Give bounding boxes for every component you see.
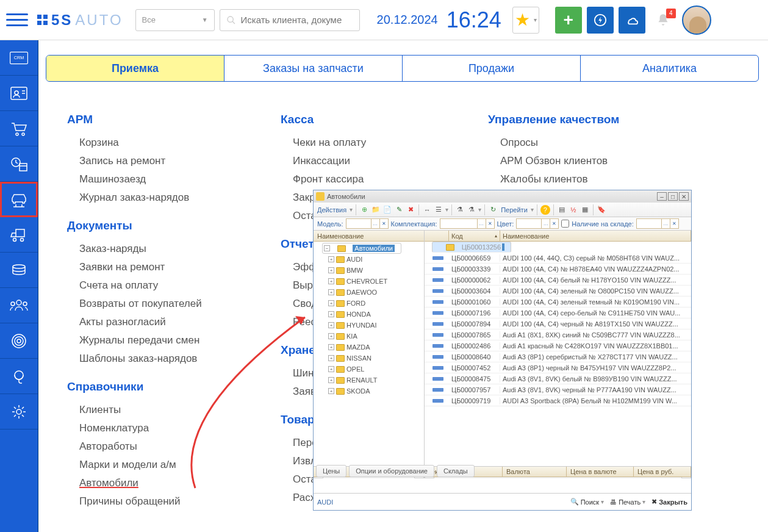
help-icon[interactable]: ? xyxy=(540,205,550,215)
link-shift-logs[interactable]: Журналы передачи смен xyxy=(67,331,256,350)
table-row[interactable]: ЦБ00000062AUDI 100 (4A, C4) белый № H178… xyxy=(425,275,691,286)
link-makes-models[interactable]: Марки и модели а/м xyxy=(67,456,256,474)
expand-icon[interactable]: + xyxy=(328,267,334,273)
tree-item[interactable]: +FORD xyxy=(315,298,423,309)
sidebar-crm[interactable]: CRM xyxy=(0,40,38,76)
sidebar-settings[interactable] xyxy=(0,394,38,430)
grid-col-icon[interactable] xyxy=(425,231,449,242)
add-folder-icon[interactable]: 📁 xyxy=(371,205,381,215)
tab-warehouses[interactable]: Склады xyxy=(437,465,475,477)
table-row[interactable]: ЦБ00006659AUDI 100 (44, 44Q, C3) серый №… xyxy=(425,253,691,264)
filter-color-input[interactable]: …✕ xyxy=(516,218,559,229)
status-print-button[interactable]: 🖶Печать▾ xyxy=(610,498,645,506)
tree-root-label[interactable]: Автомобили xyxy=(353,245,395,252)
detail-col-price-rub[interactable]: Цена в руб. xyxy=(634,467,691,477)
tree-item[interactable]: +BMW xyxy=(315,265,423,276)
link-returns[interactable]: Возвраты от покупателей xyxy=(67,295,256,313)
notifications-button[interactable]: 4 xyxy=(655,12,671,28)
link-auto-works[interactable]: Автоработы xyxy=(67,437,256,456)
layout3-icon[interactable]: ▦ xyxy=(580,205,590,215)
link-repair-requests[interactable]: Заявки на ремонт xyxy=(67,258,256,276)
link-clients[interactable]: Клиенты xyxy=(67,401,256,419)
refresh-icon[interactable]: ↻ xyxy=(488,205,498,215)
collapse-icon[interactable]: − xyxy=(324,245,330,251)
filter-stock-checkbox[interactable] xyxy=(561,220,569,228)
actions-menu[interactable]: Действия xyxy=(316,206,348,214)
expand-icon[interactable]: + xyxy=(328,333,334,339)
add-button[interactable]: + xyxy=(555,7,582,34)
sidebar-contacts[interactable] xyxy=(0,76,38,111)
tree-item[interactable]: +MAZDA xyxy=(315,342,423,353)
cloud-button[interactable] xyxy=(619,7,645,34)
expand-icon[interactable]: + xyxy=(328,344,334,350)
expand-icon[interactable]: + xyxy=(328,311,334,317)
tree-list[interactable]: −Автомобили+AUDI+BMW+CHEVROLET+DAEWOO+FO… xyxy=(314,242,424,469)
filter-icon[interactable]: ⚗ xyxy=(455,205,465,215)
tab-reception[interactable]: Приемка xyxy=(46,56,224,81)
expand-icon[interactable]: + xyxy=(328,366,334,372)
grid-rows[interactable]: ЦБ00013256AUDIЦБ00006659AUDI 100 (44, 44… xyxy=(425,242,691,469)
grid-col-code[interactable]: Код xyxy=(449,231,500,242)
layout1-icon[interactable]: ▤ xyxy=(557,205,567,215)
table-row[interactable]: ЦБ00007894AUDI 100 (4A, C4) черный № A81… xyxy=(425,318,691,329)
link-collections[interactable]: Инкассации xyxy=(281,152,464,170)
minimize-button[interactable]: – xyxy=(657,192,667,201)
maximize-button[interactable]: □ xyxy=(668,192,678,201)
table-row[interactable]: ЦБ00009719AUDI A3 Sportback (8PA) Белый … xyxy=(425,395,691,406)
link-surveys[interactable]: Опросы xyxy=(488,134,683,152)
tab-analytics[interactable]: Аналитика xyxy=(580,56,758,81)
link-cart[interactable]: Корзина xyxy=(67,134,256,152)
grid-col-name[interactable]: Наименование xyxy=(500,231,691,242)
table-row[interactable]: ЦБ00001060AUDI 100 (4A, C4) зеленый темн… xyxy=(425,297,691,307)
table-row[interactable]: ЦБ00008640Audi A3 (8P1) серебристый № X2… xyxy=(425,351,691,362)
goto-menu[interactable]: Перейти xyxy=(500,206,529,214)
link-repair-booking[interactable]: Запись на ремонт xyxy=(67,152,256,170)
detail-col-currency[interactable]: Валюта xyxy=(503,467,567,477)
link-cashier-front[interactable]: Фронт кассира xyxy=(281,170,464,189)
layout2-icon[interactable]: ½ xyxy=(569,205,578,215)
flash-button[interactable] xyxy=(587,7,614,34)
sidebar-people[interactable] xyxy=(0,288,38,323)
expand-icon[interactable]: + xyxy=(328,322,334,328)
tree-item[interactable]: +NISSAN xyxy=(315,353,423,364)
tree-item[interactable]: +OPEL xyxy=(315,364,423,375)
link-receipts[interactable]: Чеки на оплату xyxy=(281,134,464,152)
status-search-button[interactable]: 🔍Поиск▾ xyxy=(570,498,604,506)
link-automobiles[interactable]: Автомобили xyxy=(67,474,256,492)
tree-item[interactable]: +AUDI xyxy=(315,254,423,265)
sidebar-support[interactable] xyxy=(0,359,38,394)
user-avatar[interactable] xyxy=(682,5,711,35)
expand-icon[interactable]: + xyxy=(328,289,334,295)
expand-icon[interactable]: + xyxy=(328,355,334,361)
filter-config-input[interactable]: …✕ xyxy=(440,218,495,229)
sidebar-logistics[interactable] xyxy=(0,217,38,253)
tree-item[interactable]: +HONDA xyxy=(315,309,423,320)
link-invoices[interactable]: Счета на оплату xyxy=(67,276,256,295)
table-row[interactable]: ЦБ00002486Audi A1 красный № C428KO197 VI… xyxy=(425,340,691,351)
close-button[interactable]: ✕ xyxy=(679,192,689,201)
tab-options[interactable]: Опции и оборудование xyxy=(349,465,434,477)
tab-prices[interactable]: Цены xyxy=(316,465,346,477)
expand-icon[interactable]: + xyxy=(328,377,334,383)
expand-icon[interactable]: + xyxy=(328,300,334,306)
sidebar-cart[interactable] xyxy=(0,111,38,146)
filter-stock-input[interactable]: …✕ xyxy=(636,218,679,229)
link-work-orders[interactable]: Заказ-наряды xyxy=(67,240,256,258)
table-row[interactable]: ЦБ00003339AUDI 100 (4A, C4) № H878EA40 V… xyxy=(425,264,691,275)
tree-header[interactable]: Наименование xyxy=(314,231,424,242)
tab-sales[interactable]: Продажи xyxy=(402,56,580,81)
link-car-entry[interactable]: Машинозаезд xyxy=(67,170,256,189)
add-item-icon[interactable]: ⊕ xyxy=(359,205,369,215)
favorites-button[interactable]: ★▾ xyxy=(512,7,539,34)
sidebar-calendar[interactable] xyxy=(0,146,38,182)
tree-item[interactable]: +SKODA xyxy=(315,386,423,397)
table-row[interactable]: ЦБ00007957Audi A3 (8V1, 8VK) черный № P7… xyxy=(425,384,691,395)
table-row[interactable]: ЦБ00007196AUDI 100 (4A, C4) серо-белый №… xyxy=(425,307,691,318)
edit-icon[interactable]: ✎ xyxy=(394,205,404,215)
tab-parts-orders[interactable]: Заказы на запчасти xyxy=(224,56,402,81)
link-disputes[interactable]: Акты разногласий xyxy=(67,313,256,331)
sidebar-service[interactable] xyxy=(0,182,38,217)
hamburger-menu[interactable] xyxy=(6,9,28,31)
clear-filter-icon[interactable]: ⚗ xyxy=(467,205,476,215)
scope-selector[interactable]: Все▼ xyxy=(135,9,215,31)
